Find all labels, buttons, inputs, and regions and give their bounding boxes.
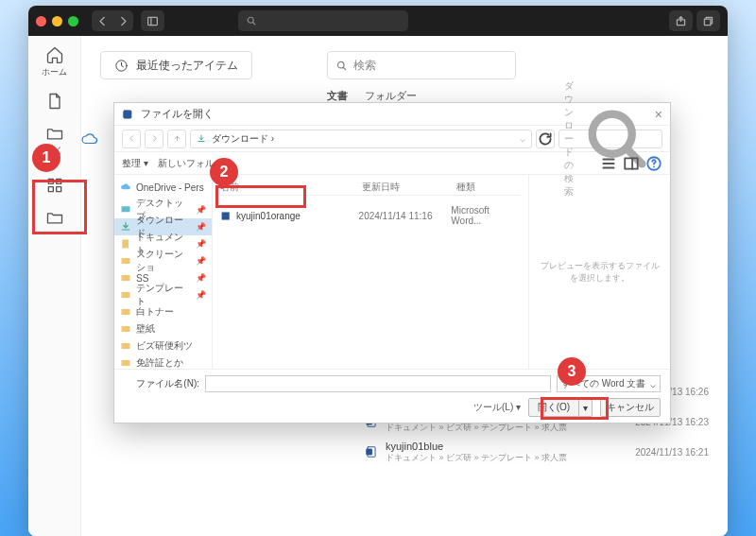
file-modified: 2024/11/14 11:16	[359, 211, 452, 221]
sidebar-item-home[interactable]: ホーム	[36, 45, 74, 78]
file-path: ドキュメント » ビズ研 » テンプレート » 求人票	[386, 453, 567, 463]
new-folder-button[interactable]: 新しいフォル	[158, 157, 215, 170]
view-preview-button[interactable]	[623, 155, 640, 172]
titlebar-search[interactable]	[238, 10, 408, 31]
svg-rect-16	[124, 110, 131, 117]
preview-message: プレビューを表示するファイルを選択します。	[537, 260, 662, 285]
svg-rect-5	[56, 179, 60, 183]
app-sidebar: ホーム 開く	[28, 36, 81, 536]
svg-rect-28	[122, 360, 130, 366]
svg-rect-23	[122, 275, 130, 281]
dialog-search[interactable]: ダウンロードの検索	[558, 130, 662, 148]
location-text: ダウンロード ›	[212, 132, 274, 146]
view-list-button[interactable]	[600, 155, 617, 172]
refresh-button[interactable]	[536, 130, 555, 148]
preview-pane: プレビューを表示するファイルを選択します。	[528, 175, 670, 369]
dialog-toolbar: 整理 ▾ 新しいフォル	[114, 152, 670, 175]
close-window-button[interactable]	[36, 16, 46, 26]
dialog-title: ファイルを開く	[141, 107, 214, 121]
file-name: kyujin01blue	[386, 441, 567, 453]
svg-rect-27	[122, 343, 130, 349]
organize-menu[interactable]: 整理 ▾	[122, 157, 148, 170]
nav-wallpaper[interactable]: 壁紙	[114, 320, 212, 337]
file-date: 2024/11/13 16:21	[635, 447, 709, 458]
svg-rect-21	[122, 240, 129, 249]
sidebar-item-new[interactable]	[36, 92, 74, 111]
column-modified[interactable]: 更新日時	[362, 181, 456, 194]
svg-rect-24	[122, 292, 130, 298]
minimize-window-button[interactable]	[52, 16, 62, 26]
svg-rect-25	[122, 309, 130, 315]
location-bar[interactable]: ダウンロード › ⌵	[190, 130, 532, 148]
recent-items-button[interactable]: 最近使ったアイテム	[100, 51, 252, 79]
file-open-dialog: ファイルを開く × ダウンロード › ⌵ ダウンロードの検索 整理 ▾ 新しいフ…	[113, 102, 671, 424]
share-button[interactable]	[669, 10, 693, 31]
open-button[interactable]: 開く(O)	[528, 398, 579, 417]
traffic-lights	[36, 16, 78, 26]
svg-rect-6	[48, 187, 53, 192]
svg-rect-15	[367, 449, 372, 455]
nav-template[interactable]: テンプレート📌	[114, 286, 212, 303]
sidebar-label-open: 開く	[46, 145, 63, 157]
back-button[interactable]	[92, 10, 112, 31]
open-dropdown-button[interactable]: ▾	[579, 398, 593, 417]
filename-input[interactable]	[205, 375, 551, 392]
sidebar-item-addins[interactable]	[36, 176, 74, 195]
open-split-button: 開く(O) ▾	[528, 398, 593, 417]
dialog-footer: ファイル名(N): すべての Word 文書⌵ ツール(L) ▾ 開く(O) ▾…	[114, 369, 670, 423]
svg-rect-26	[122, 326, 130, 332]
svg-rect-20	[122, 206, 130, 212]
nav-whitetoner[interactable]: 白トナー	[114, 303, 212, 320]
titlebar	[28, 6, 728, 36]
column-type[interactable]: 種類	[456, 181, 475, 194]
download-icon	[197, 134, 206, 144]
column-name[interactable]: 名前	[220, 181, 362, 194]
svg-rect-22	[122, 258, 130, 264]
svg-rect-18	[625, 158, 638, 168]
zoom-window-button[interactable]	[68, 16, 78, 26]
word-icon	[122, 108, 135, 121]
main-search[interactable]: 検索	[327, 51, 516, 79]
svg-rect-7	[56, 187, 60, 192]
main-search-placeholder: 検索	[353, 58, 376, 74]
tools-menu[interactable]: ツール(L) ▾	[473, 401, 521, 414]
file-row[interactable]: kyujin01orange 2024/11/14 11:16 Microsof…	[220, 205, 521, 226]
nav-bizken[interactable]: ビズ研便利ツ	[114, 337, 212, 354]
nav-license[interactable]: 免許証とか	[114, 354, 212, 369]
sidebar-toggle-button[interactable]	[141, 10, 164, 31]
nav-onedrive[interactable]: OneDrive - Pers	[114, 179, 212, 196]
word-file-icon	[220, 210, 232, 222]
sidebar-label-home: ホーム	[42, 66, 67, 78]
filename-label: ファイル名(N):	[124, 377, 199, 390]
cloud-icon	[81, 130, 98, 147]
nav-back-forward	[92, 10, 133, 31]
cancel-button[interactable]: キャンセル	[600, 398, 661, 417]
file-path: ドキュメント » ビズ研 » テンプレート » 求人票	[386, 423, 567, 433]
svg-rect-0	[148, 17, 158, 25]
recent-file-row[interactable]: kyujin01blueドキュメント » ビズ研 » テンプレート » 求人票 …	[365, 437, 709, 467]
svg-rect-29	[222, 212, 230, 219]
file-type: Microsoft Word...	[451, 205, 521, 226]
svg-rect-4	[48, 179, 53, 183]
nav-back-button[interactable]	[122, 130, 141, 148]
dialog-nav-pane: OneDrive - Pers デスクトップ📌 ダウンロード📌 ドキュメント📌 …	[114, 175, 213, 369]
dialog-breadcrumb-bar: ダウンロード › ⌵ ダウンロードの検索	[114, 126, 670, 152]
nav-screenshots[interactable]: スクリーンショ📌	[114, 252, 212, 269]
file-list-pane: 名前 更新日時 種類 kyujin01orange 2024/11/14 11:…	[213, 175, 528, 369]
svg-rect-3	[704, 19, 711, 26]
sidebar-item-open[interactable]: 開く	[36, 124, 74, 157]
file-list-header: 名前 更新日時 種類	[220, 179, 521, 196]
nav-forward-button[interactable]	[145, 130, 163, 148]
recent-items-label: 最近使ったアイテム	[136, 58, 238, 74]
help-button[interactable]	[645, 155, 662, 172]
filetype-dropdown[interactable]: すべての Word 文書⌵	[557, 375, 661, 392]
file-name: kyujin01orange	[236, 211, 301, 221]
nav-up-button[interactable]	[167, 130, 186, 148]
forward-button[interactable]	[112, 10, 133, 31]
sidebar-item-folder[interactable]	[36, 208, 74, 227]
windows-button[interactable]	[696, 10, 720, 31]
